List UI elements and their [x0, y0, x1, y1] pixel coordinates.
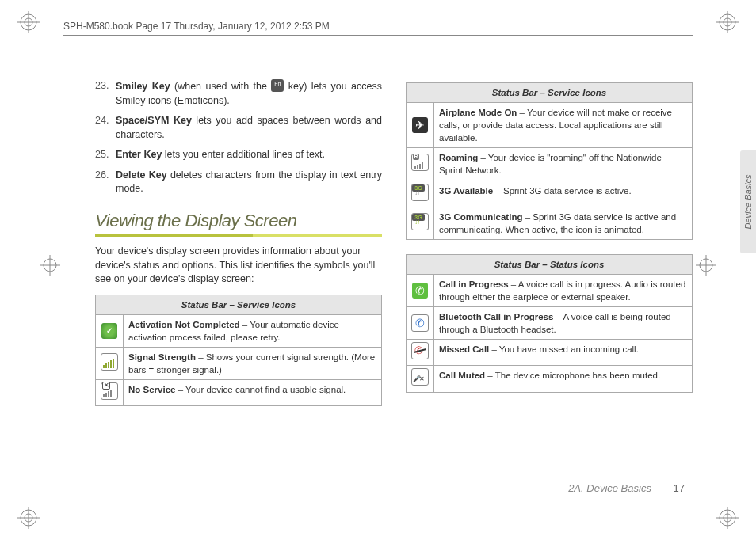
desc-cell: Activation Not Completed – Your automati…: [124, 314, 382, 347]
side-tab-label: Device Basics: [743, 174, 753, 229]
list-number: 26.: [95, 169, 116, 196]
page-number: 17: [674, 482, 685, 494]
list-item: 23. Smiley Key (when used with the key) …: [95, 79, 382, 108]
footer-section: 2A. Device Basics: [568, 482, 651, 494]
term: 3G Available: [439, 186, 493, 196]
registration-mark-icon: [716, 507, 739, 529]
list-body: Delete Key deletes characters from the d…: [116, 169, 382, 196]
table-row: Bluetooth Call in Progress – A voice cal…: [407, 307, 693, 340]
desc-cell: 3G Communicating – Sprint 3G data servic…: [434, 207, 693, 239]
term: Smiley Key: [116, 81, 170, 92]
call-muted-icon: [411, 368, 429, 386]
table-row: Call in Progress – A voice call is in pr…: [407, 274, 693, 306]
desc-cell: Signal Strength – Shows your current sig…: [124, 348, 382, 380]
text: (when used with the: [170, 81, 272, 92]
icon-cell: [407, 366, 434, 392]
text: – The device microphone has been muted.: [485, 371, 660, 380]
section-title: Viewing the Display Screen: [95, 209, 382, 234]
icon-cell: [96, 314, 124, 347]
status-icons-table: Status Bar – Status Icons Call in Progre…: [406, 254, 693, 393]
term: Airplane Mode On: [439, 108, 517, 117]
list-body: Smiley Key (when used with the key) lets…: [116, 79, 382, 108]
list-item: 24. Space/SYM Key lets you add spaces be…: [95, 114, 382, 142]
icon-cell: [96, 348, 124, 380]
desc-cell: No Service – Your device cannot find a u…: [124, 380, 382, 406]
term: Enter Key: [116, 149, 162, 160]
term: 3G Communicating: [439, 212, 522, 222]
roaming-icon: [411, 154, 429, 171]
service-icons-table-2: Status Bar – Service Icons Airplane Mode…: [406, 82, 693, 240]
table-row: 3G Available – Sprint 3G data service is…: [407, 181, 693, 207]
desc-cell: Call in Progress – A voice call is in pr…: [434, 274, 693, 306]
left-column: 23. Smiley Key (when used with the key) …: [95, 79, 382, 500]
icon-cell: [407, 148, 434, 181]
term: Space/SYM Key: [116, 115, 192, 126]
page-footer: 2A. Device Basics 17: [568, 482, 685, 494]
term: Bluetooth Call in Progress: [439, 312, 553, 321]
table-row: Airplane Mode On – Your device will not …: [407, 103, 693, 148]
table-header: Status Bar – Status Icons: [407, 254, 693, 274]
intro-paragraph: Your device's display screen provides in…: [95, 245, 382, 287]
no-service-icon: [101, 382, 118, 400]
3g-communicating-icon: [411, 213, 429, 230]
icon-cell: [407, 103, 434, 148]
table-header: Status Bar – Service Icons: [96, 295, 382, 314]
signal-strength-icon: [101, 353, 118, 371]
list-body: Space/SYM Key lets you add spaces betwee…: [116, 114, 382, 142]
term: Missed Call: [439, 344, 489, 354]
registration-mark-icon: [716, 11, 739, 33]
term: Signal Strength: [128, 352, 196, 362]
table-row: Activation Not Completed – Your automati…: [96, 314, 382, 347]
section-rule: [95, 234, 382, 237]
registration-mark-icon: [17, 507, 40, 529]
desc-cell: Bluetooth Call in Progress – A voice cal…: [434, 307, 693, 340]
missed-call-icon: [411, 342, 429, 359]
list-body: Enter Key lets you enter additional line…: [116, 148, 382, 162]
term: Call Muted: [439, 371, 485, 380]
term: Activation Not Completed: [128, 320, 240, 329]
desc-cell: 3G Available – Sprint 3G data service is…: [434, 181, 693, 207]
icon-cell: [407, 207, 434, 239]
text: lets you enter additional lines of text.: [162, 149, 325, 160]
desc-cell: Missed Call – You have missed an incomin…: [434, 340, 693, 366]
desc-cell: Roaming – Your device is "roaming" off t…: [434, 148, 693, 181]
service-icons-table-1: Status Bar – Service Icons Activation No…: [95, 295, 382, 407]
text: – You have missed an incoming call.: [489, 344, 639, 354]
list-item: 25. Enter Key lets you enter additional …: [95, 148, 382, 162]
table-row: Signal Strength – Shows your current sig…: [96, 348, 382, 380]
list-item: 26. Delete Key deletes characters from t…: [95, 169, 382, 196]
list-number: 24.: [95, 114, 116, 142]
term: No Service: [128, 385, 175, 394]
table-row: Roaming – Your device is "roaming" off t…: [407, 148, 693, 181]
term: Call in Progress: [439, 280, 509, 289]
fn-key-icon: [271, 79, 284, 92]
table-row: 3G Communicating – Sprint 3G data servic…: [407, 207, 693, 239]
crop-mark-icon: [40, 255, 60, 276]
text: – Sprint 3G data service is active.: [493, 186, 632, 196]
term: Roaming: [439, 153, 478, 162]
right-column: Status Bar – Service Icons Airplane Mode…: [406, 79, 693, 500]
activation-not-completed-icon: [101, 323, 117, 339]
term: Delete Key: [116, 169, 167, 181]
icon-cell: [96, 380, 124, 406]
call-in-progress-icon: [412, 283, 428, 299]
table-row: Missed Call – You have missed an incomin…: [407, 340, 693, 366]
header-rule: [63, 35, 693, 36]
table-row: Call Muted – The device microphone has b…: [407, 366, 693, 392]
page-header: SPH-M580.book Page 17 Thursday, January …: [63, 21, 330, 32]
crop-mark-icon: [696, 255, 716, 276]
table-header: Status Bar – Service Icons: [407, 83, 693, 103]
icon-cell: [407, 307, 434, 340]
desc-cell: Airplane Mode On – Your device will not …: [434, 103, 693, 148]
icon-cell: [407, 340, 434, 366]
list-number: 25.: [95, 148, 116, 162]
list-number: 23.: [95, 79, 116, 108]
icon-cell: [407, 274, 434, 306]
3g-available-icon: [411, 184, 429, 201]
side-tab: Device Basics: [740, 150, 756, 253]
airplane-mode-icon: [412, 117, 428, 133]
icon-cell: [407, 181, 434, 207]
registration-mark-icon: [17, 11, 40, 33]
desc-cell: Call Muted – The device microphone has b…: [434, 366, 693, 392]
table-row: No Service – Your device cannot find a u…: [96, 380, 382, 406]
